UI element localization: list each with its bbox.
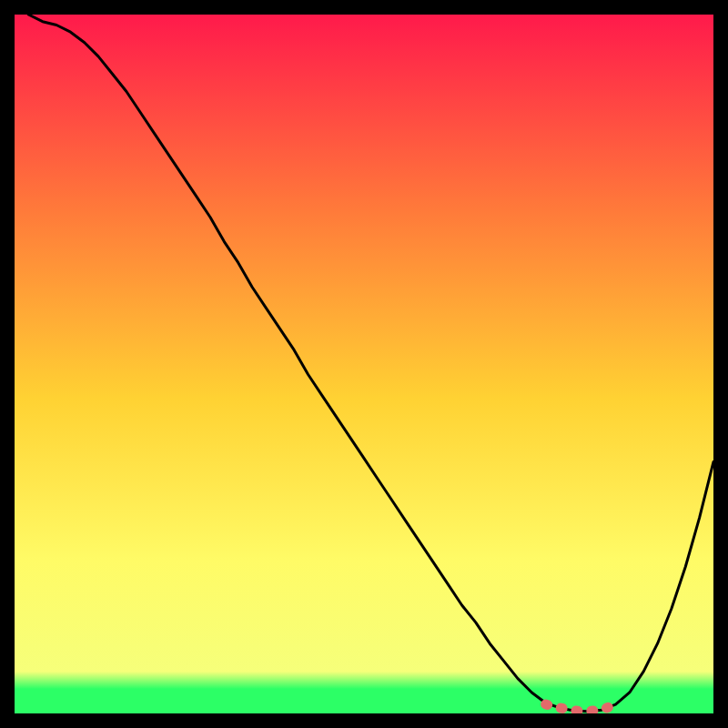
gradient-background — [15, 15, 713, 713]
chart-frame: TheBottleneck.com — [15, 15, 713, 713]
bottleneck-curve-plot — [15, 15, 713, 713]
